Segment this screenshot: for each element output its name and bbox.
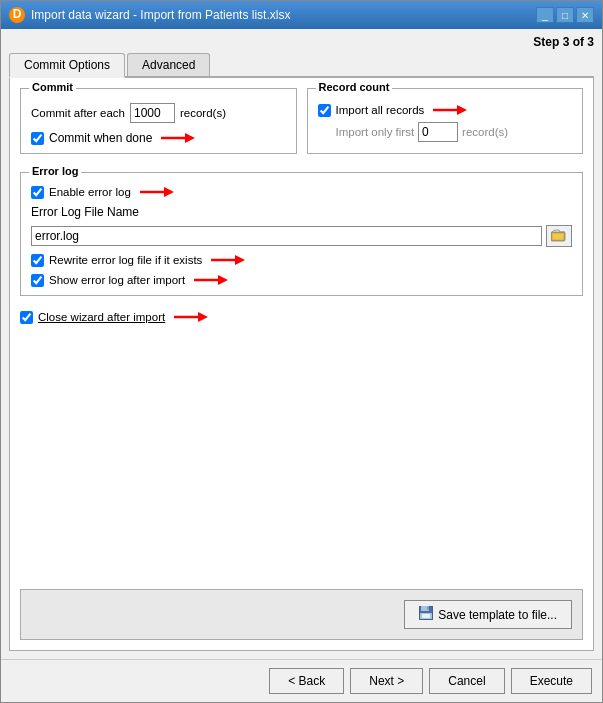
show-error-log-row: Show error log after import — [31, 273, 572, 287]
save-template-button[interactable]: Save template to file... — [404, 600, 572, 629]
error-log-title: Error log — [29, 165, 81, 177]
error-log-group: Error log Enable error log Error Log Fil… — [20, 172, 583, 296]
back-button[interactable]: < Back — [269, 668, 344, 694]
execute-button[interactable]: Execute — [511, 668, 592, 694]
commit-after-label: Commit after each — [31, 107, 125, 119]
import-only-records-label: record(s) — [462, 126, 508, 138]
tab-advanced[interactable]: Advanced — [127, 53, 210, 76]
commit-when-row: Commit when done — [31, 131, 286, 145]
enable-error-log-row: Enable error log — [31, 185, 572, 199]
svg-marker-7 — [164, 187, 174, 197]
maximize-button[interactable]: □ — [556, 7, 574, 23]
svg-marker-13 — [218, 275, 228, 285]
close-wizard-arrow-icon — [174, 310, 208, 324]
enable-error-log-arrow-icon — [140, 185, 174, 199]
error-log-file-input[interactable] — [31, 226, 542, 246]
cancel-button[interactable]: Cancel — [429, 668, 504, 694]
enable-error-log-checkbox[interactable] — [31, 186, 44, 199]
content-area: Step 3 of 3 Commit Options Advanced Comm… — [1, 29, 602, 659]
commit-when-done-checkbox[interactable] — [31, 132, 44, 145]
enable-error-log-label: Enable error log — [49, 186, 131, 198]
records-label: record(s) — [180, 107, 226, 119]
app-icon: D — [9, 7, 25, 23]
import-all-checkbox[interactable] — [318, 104, 331, 117]
import-all-arrow-icon — [433, 103, 467, 117]
show-error-log-label: Show error log after import — [49, 274, 185, 286]
commit-when-arrow-icon — [161, 131, 195, 145]
commit-when-done-label: Commit when done — [49, 131, 152, 145]
show-error-log-arrow-icon — [194, 273, 228, 287]
svg-text:D: D — [13, 9, 22, 21]
record-count-title: Record count — [316, 81, 393, 93]
svg-marker-5 — [457, 105, 467, 115]
rewrite-checkbox[interactable] — [31, 254, 44, 267]
show-error-log-checkbox[interactable] — [31, 274, 44, 287]
main-window: D Import data wizard - Import from Patie… — [0, 0, 603, 703]
tab-commit-options[interactable]: Commit Options — [9, 53, 125, 78]
file-name-label-row: Error Log File Name — [31, 205, 572, 219]
top-groups: Commit Commit after each record(s) Commi… — [20, 88, 583, 162]
save-template-label: Save template to file... — [438, 608, 557, 622]
close-wizard-label[interactable]: Close wizard after import — [38, 311, 165, 323]
main-panel: Commit Commit after each record(s) Commi… — [9, 78, 594, 651]
import-only-row: Import only first record(s) — [318, 122, 573, 142]
rewrite-label: Rewrite error log file if it exists — [49, 254, 202, 266]
title-bar-controls: _ □ ✕ — [536, 7, 594, 23]
next-button[interactable]: Next > — [350, 668, 423, 694]
import-only-input[interactable] — [418, 122, 458, 142]
svg-marker-3 — [185, 133, 195, 143]
browse-button[interactable] — [546, 225, 572, 247]
svg-marker-11 — [235, 255, 245, 265]
svg-rect-20 — [422, 614, 430, 618]
window-title: Import data wizard - Import from Patient… — [31, 8, 290, 22]
commit-after-row: Commit after each record(s) — [31, 103, 286, 123]
import-all-label: Import all records — [336, 104, 425, 116]
import-only-label: Import only first — [336, 126, 415, 138]
file-name-label: Error Log File Name — [31, 205, 139, 219]
file-name-row — [31, 225, 572, 247]
commit-group-title: Commit — [29, 81, 76, 93]
tab-bar: Commit Options Advanced — [9, 53, 594, 78]
svg-marker-15 — [198, 312, 208, 322]
step-label: Step 3 of 3 — [9, 35, 594, 49]
title-bar: D Import data wizard - Import from Patie… — [1, 1, 602, 29]
footer: < Back Next > Cancel Execute — [1, 659, 602, 702]
import-all-row: Import all records — [318, 103, 573, 117]
disk-icon — [419, 606, 433, 623]
commit-group: Commit Commit after each record(s) Commi… — [20, 88, 297, 154]
minimize-button[interactable]: _ — [536, 7, 554, 23]
rewrite-row: Rewrite error log file if it exists — [31, 253, 572, 267]
browse-icon — [551, 228, 567, 245]
close-wizard-row: Close wizard after import — [20, 310, 583, 324]
svg-rect-9 — [552, 233, 564, 240]
title-bar-left: D Import data wizard - Import from Patie… — [9, 7, 290, 23]
svg-rect-18 — [427, 607, 429, 611]
record-count-group: Record count Import all records Import o… — [307, 88, 584, 154]
commit-value-input[interactable] — [130, 103, 175, 123]
rewrite-arrow-icon — [211, 253, 245, 267]
save-template-area: Save template to file... — [20, 589, 583, 640]
close-button[interactable]: ✕ — [576, 7, 594, 23]
close-wizard-checkbox[interactable] — [20, 311, 33, 324]
